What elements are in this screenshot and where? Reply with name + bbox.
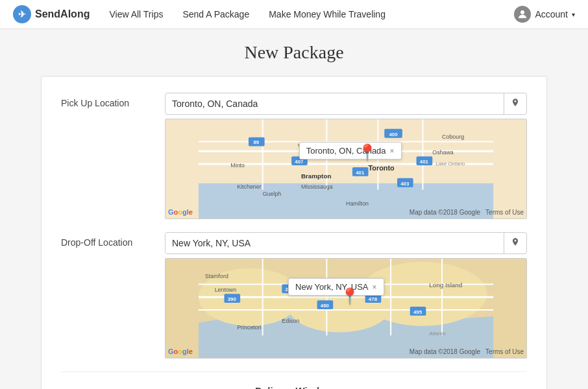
account-label: Account: [535, 9, 568, 19]
dropoff-field: 390 287 460 478 495 Lentown New York Lon…: [165, 232, 527, 359]
svg-text:Mississauga: Mississauga: [301, 183, 333, 190]
svg-text:Brampton: Brampton: [301, 172, 332, 180]
delivery-window-title: Delivery Window: [61, 385, 527, 389]
pickup-input-wrapper: [165, 93, 527, 115]
pickup-map-terms: Map data ©2018 Google Terms of Use: [410, 209, 524, 216]
dropoff-map-pin: 📍: [340, 287, 360, 305]
brand-logo[interactable]: ✈ SendAlong: [13, 5, 90, 23]
svg-text:401: 401: [420, 159, 429, 165]
svg-text:Princeton: Princeton: [237, 324, 262, 331]
dropoff-map-google-logo: Google: [168, 348, 193, 355]
svg-text:460: 460: [321, 303, 330, 309]
dropoff-label: Drop-Off Location: [61, 232, 165, 248]
navbar: ✈ SendAlong View All Trips Send A Packag…: [0, 0, 588, 29]
nav-send-package[interactable]: Send A Package: [182, 9, 249, 19]
dropoff-map-terms: Map data ©2018 Google Terms of Use: [410, 348, 524, 355]
account-chevron-icon: ▾: [572, 11, 575, 18]
page-title: New Package: [41, 42, 547, 63]
account-menu[interactable]: Account ▾: [514, 6, 575, 23]
svg-text:Atlantic: Atlantic: [428, 331, 446, 336]
svg-text:Guelph: Guelph: [263, 191, 282, 197]
pickup-location-button[interactable]: [504, 93, 526, 114]
svg-text:89: 89: [253, 139, 259, 145]
svg-text:401: 401: [356, 170, 365, 176]
svg-text:Stamford: Stamford: [205, 273, 228, 279]
page-content: New Package Pick Up Location: [28, 29, 560, 389]
svg-text:Lentown: Lentown: [215, 287, 237, 293]
account-avatar: [514, 6, 531, 23]
pickup-row: Pick Up Location: [61, 93, 527, 219]
pickup-input[interactable]: [165, 94, 504, 113]
dropoff-location-button[interactable]: [504, 233, 526, 253]
svg-text:Oshawa: Oshawa: [432, 149, 454, 156]
location-pin-icon: [511, 98, 520, 107]
pickup-label: Pick Up Location: [61, 93, 165, 108]
svg-text:Toronto: Toronto: [369, 164, 395, 172]
pickup-map: 89 407 400 401 401 403 Minto Brampton: [165, 119, 527, 219]
svg-text:407: 407: [295, 159, 304, 165]
dropoff-map-tooltip: New York, NY, USA ×: [288, 278, 384, 296]
pickup-map-pin: 📍: [358, 143, 377, 161]
dropoff-row: Drop-Off Location: [61, 232, 527, 359]
pickup-map-google-logo: Google: [168, 208, 193, 216]
dropoff-map: 390 287 460 478 495 Lentown New York Lon…: [165, 258, 527, 359]
svg-text:Lake Ontario: Lake Ontario: [435, 161, 465, 167]
dropoff-input[interactable]: [165, 233, 504, 253]
dropoff-input-wrapper: [165, 232, 527, 254]
svg-text:495: 495: [413, 309, 423, 315]
nyc-map-svg: 390 287 460 478 495 Lentown New York Lon…: [165, 259, 526, 358]
pickup-map-tooltip: Toronto, ON, Canada ×: [299, 142, 402, 159]
pickup-tooltip-close[interactable]: ×: [390, 147, 395, 156]
delivery-window-section: Delivery Window: [61, 385, 527, 389]
location-pin-icon-2: [511, 237, 520, 246]
svg-text:390: 390: [228, 296, 237, 302]
nav-make-money[interactable]: Make Money While Traveling: [269, 9, 386, 19]
brand-name: SendAlong: [35, 8, 90, 20]
svg-text:Hamilton: Hamilton: [346, 200, 369, 207]
svg-text:400: 400: [389, 132, 398, 137]
toronto-map-svg: 89 407 400 401 401 403 Minto Brampton: [165, 119, 526, 218]
form-card: Pick Up Location: [41, 76, 547, 389]
svg-text:Kitchener: Kitchener: [237, 183, 262, 190]
svg-point-0: [521, 10, 524, 14]
svg-text:403: 403: [400, 181, 410, 187]
nav-view-all-trips[interactable]: View All Trips: [109, 9, 163, 19]
brand-icon: ✈: [13, 5, 31, 23]
svg-text:Minto: Minto: [230, 162, 245, 169]
svg-text:Long Island: Long Island: [429, 281, 462, 289]
svg-text:478: 478: [369, 296, 378, 302]
svg-text:Cobourg: Cobourg: [442, 134, 464, 140]
section-divider: [61, 371, 527, 372]
pickup-field: 89 407 400 401 401 403 Minto Brampton: [165, 93, 527, 219]
nav-links: View All Trips Send A Package Make Money…: [109, 9, 514, 19]
dropoff-tooltip-close[interactable]: ×: [373, 283, 377, 292]
svg-text:Edison: Edison: [282, 318, 299, 324]
